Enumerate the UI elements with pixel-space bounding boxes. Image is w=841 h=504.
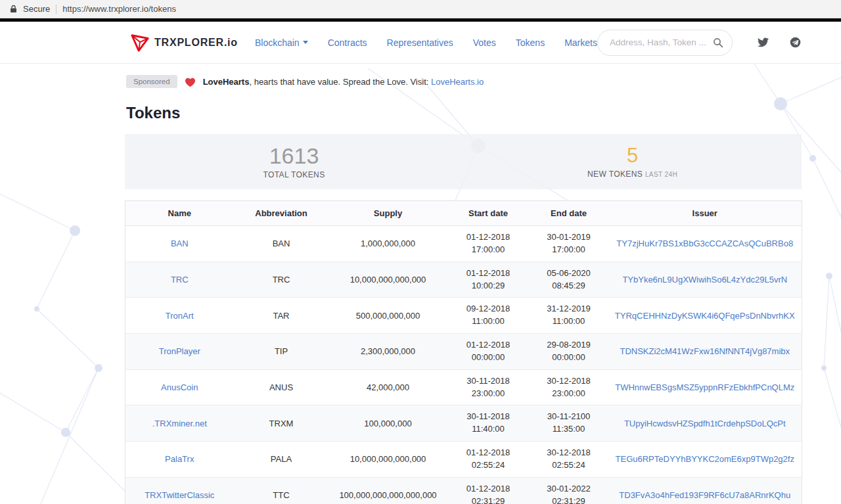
browser-window: Secure https://www.trxplorer.io/tokens — [0, 0, 841, 504]
nav-contracts[interactable]: Contracts — [328, 37, 367, 48]
new-tokens-value: 5 — [463, 145, 802, 167]
token-supply: 100,000,000 — [329, 405, 447, 442]
nav-markets[interactable]: Markets — [564, 37, 597, 48]
col-start-date: Start date — [447, 201, 530, 226]
token-supply: 10,000,000,000,000 — [329, 262, 447, 298]
token-issuer-link[interactable]: TEGu6RPTeDYYhBYYKC2omE6xp9TWp2g2fz — [616, 454, 794, 464]
token-issuer-link[interactable]: TD3FvA3o4hFed193F9RF6cU7a8ARnrKQhu — [619, 490, 790, 500]
token-supply: 10,000,000,000,000 — [329, 442, 447, 478]
token-supply: 1,000,000,000 — [329, 226, 447, 262]
table-row: .TRXminer.net TRXM 100,000,000 30-11-201… — [125, 405, 802, 442]
sponsor-name: LoveHearts — [203, 77, 250, 87]
token-abbreviation: TRC — [234, 262, 329, 298]
table-row: TronPlayer TIP 2,300,000,000 01-12-20180… — [125, 334, 802, 370]
table-row: PalaTrx PALA 10,000,000,000,000 01-12-20… — [125, 442, 802, 478]
token-end-date: 30-12-201823:00:00 — [530, 369, 608, 405]
col-issuer: Issuer — [608, 201, 802, 226]
stats-panel: 1613 TOTAL TOKENS 5 NEW TOKENS LAST 24H — [125, 134, 802, 189]
logo[interactable]: TRXPLORER.io — [130, 33, 238, 53]
token-abbreviation: TRXM — [234, 405, 329, 442]
token-start-date: 30-11-201811:40:00 — [447, 405, 530, 442]
total-tokens-label: TOTAL TOKENS — [125, 170, 463, 179]
heart-icon — [184, 76, 196, 87]
token-issuer-link[interactable]: TY7zjHuKr7BS1xBbG3cCCAZCAsQCuBRBo8 — [616, 239, 793, 248]
security-label: Secure — [23, 4, 50, 14]
nav-votes[interactable]: Votes — [473, 37, 496, 48]
nav-representatives[interactable]: Representatives — [387, 37, 453, 48]
twitter-icon[interactable] — [758, 37, 769, 47]
table-row: TRC TRC 10,000,000,000,000 01-12-201810:… — [125, 262, 802, 298]
tokens-table-body: BAN BAN 1,000,000,000 01-12-201817:00:00… — [125, 226, 802, 504]
token-end-date: 31-12-201911:00:00 — [530, 298, 608, 334]
token-end-date: 30-01-202202:31:29 — [530, 477, 608, 504]
table-header-row: Name Abbreviation Supply Start date End … — [125, 201, 802, 226]
token-name-link[interactable]: TRXTwitterClassic — [145, 490, 214, 500]
site-header: TRXPLORER.io Blockchain Contracts Repres… — [0, 22, 841, 64]
sponsor-link[interactable]: LoveHearts.io — [431, 77, 484, 87]
token-start-date: 01-12-201802:31:29 — [447, 477, 530, 504]
sponsor-text: LoveHearts, hearts that have value. Spre… — [203, 77, 484, 87]
total-tokens-value: 1613 — [125, 144, 463, 168]
logo-text: TRXPLORER.io — [154, 37, 238, 49]
table-row: TRXTwitterClassic TTC 100,000,000,000,00… — [125, 477, 802, 504]
token-end-date: 05-06-202008:45:29 — [530, 262, 608, 298]
token-end-date: 29-08-201900:00:00 — [530, 334, 608, 370]
token-name-link[interactable]: TRC — [171, 275, 189, 285]
token-issuer-link[interactable]: TDNSKZi2cM41WzFxw16NfNNT4jVg87mibx — [620, 346, 790, 356]
token-issuer-link[interactable]: TYRqCEHHNzDyKSWK4i6QFqePsDnNbvrhKX — [615, 311, 795, 321]
token-name-link[interactable]: .TRXminer.net — [152, 419, 207, 428]
tokens-table: Name Abbreviation Supply Start date End … — [125, 200, 802, 504]
tron-logo-icon — [130, 33, 150, 53]
page-title: Tokens — [126, 104, 802, 122]
browser-address-bar: Secure https://www.trxplorer.io/tokens — [0, 0, 841, 18]
lock-icon[interactable] — [10, 5, 17, 13]
token-abbreviation: TIP — [234, 334, 329, 370]
token-name-link[interactable]: AnusCoin — [161, 382, 198, 392]
token-end-date: 30-12-201802:55:24 — [530, 442, 608, 478]
token-supply: 500,000,000,000 — [329, 298, 447, 334]
table-row: BAN BAN 1,000,000,000 01-12-201817:00:00… — [125, 226, 802, 262]
token-name-link[interactable]: BAN — [171, 239, 189, 248]
search-box — [597, 30, 733, 56]
nav-blockchain[interactable]: Blockchain — [255, 37, 308, 48]
token-abbreviation: ANUS — [234, 369, 329, 405]
search-icon[interactable] — [713, 37, 723, 51]
col-abbreviation: Abbreviation — [234, 201, 329, 226]
token-start-date: 01-12-201810:00:29 — [447, 262, 530, 298]
token-abbreviation: PALA — [234, 442, 329, 478]
col-supply: Supply — [329, 201, 447, 226]
col-end-date: End date — [530, 201, 608, 226]
token-issuer-link[interactable]: TWHnnwEBSgsMSZ5yppnRFzEbkhfPCnQLMz — [615, 382, 794, 392]
telegram-icon[interactable] — [790, 37, 801, 48]
nav-tokens[interactable]: Tokens — [516, 37, 545, 48]
main-nav: Blockchain Contracts Representatives Vot… — [255, 37, 597, 48]
sponsored-badge: Sponsored — [126, 75, 177, 88]
token-start-date: 01-12-201817:00:00 — [447, 226, 530, 262]
col-name: Name — [125, 201, 234, 226]
token-name-link[interactable]: TronPlayer — [159, 346, 200, 356]
token-end-date: 30-01-201917:00:00 — [530, 226, 608, 262]
top-accent-bar — [0, 18, 841, 22]
token-start-date: 09-12-201811:00:00 — [447, 298, 530, 334]
social-links — [758, 37, 801, 48]
token-abbreviation: TAR — [234, 298, 329, 334]
token-name-link[interactable]: PalaTrx — [165, 454, 194, 464]
table-row: AnusCoin ANUS 42,000,000 30-11-201823:00… — [125, 369, 802, 405]
token-end-date: 30-11-210011:35:00 — [530, 405, 608, 442]
token-start-date: 01-12-201802:55:24 — [447, 442, 530, 478]
url-text[interactable]: https://www.trxplorer.io/tokens — [62, 4, 176, 14]
address-bar-divider — [56, 5, 57, 14]
token-issuer-link[interactable]: TYbYke6nL9UgXWiwihSo6L4zYdc29L5vrN — [622, 275, 787, 285]
token-supply: 100,000,000,000,000,000 — [329, 477, 447, 504]
token-abbreviation: TTC — [234, 477, 329, 504]
token-name-link[interactable]: TronArt — [166, 311, 194, 321]
main-content: Sponsored LoveHearts, hearts that have v… — [125, 64, 802, 504]
stat-total-tokens: 1613 TOTAL TOKENS — [125, 144, 463, 179]
stat-new-tokens: 5 NEW TOKENS LAST 24H — [463, 145, 802, 178]
table-row: TronArt TAR 500,000,000,000 09-12-201811… — [125, 298, 802, 334]
new-tokens-label: NEW TOKENS LAST 24H — [463, 170, 802, 179]
token-supply: 42,000,000 — [329, 369, 447, 405]
token-issuer-link[interactable]: TUpyiHcwdsvHZSpdfh1tCrdehpSDoLQcPt — [624, 419, 786, 428]
token-abbreviation: BAN — [234, 226, 329, 262]
token-supply: 2,300,000,000 — [329, 334, 447, 370]
